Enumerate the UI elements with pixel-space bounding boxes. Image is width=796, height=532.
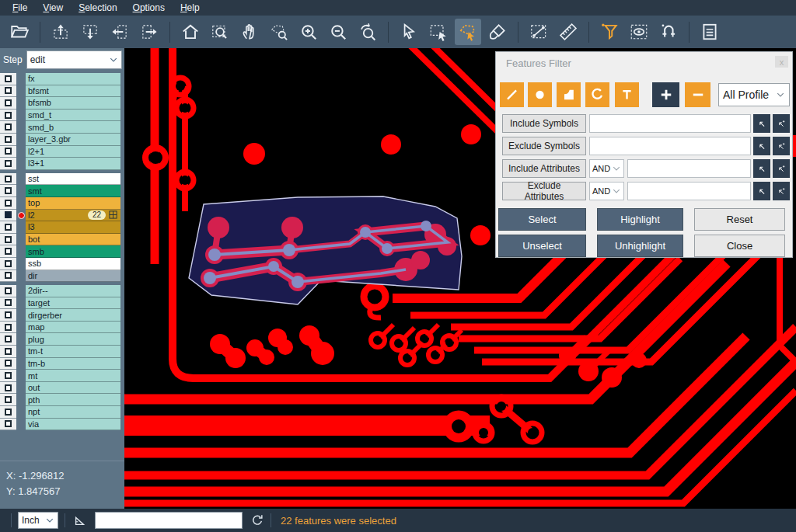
menu-file[interactable]: File	[5, 1, 35, 15]
exclude-attributes-and-select[interactable]: AND	[589, 182, 624, 200]
layer-checkbox[interactable]	[5, 287, 12, 294]
menu-options[interactable]: Options	[125, 1, 173, 15]
layer-checkbox[interactable]	[5, 324, 12, 331]
layer-label[interactable]: via	[26, 419, 120, 431]
view-options-button[interactable]	[626, 19, 652, 45]
layer-label[interactable]: sst	[26, 173, 120, 186]
layer-label[interactable]: smd_b	[26, 121, 120, 134]
zoom-in-button[interactable]	[295, 19, 322, 45]
layer-checkbox[interactable]	[5, 87, 12, 94]
highlight-button[interactable]: Highlight	[597, 208, 683, 231]
include-symbols-pick-add-button[interactable]	[773, 114, 790, 133]
open-folder-button[interactable]	[6, 19, 33, 45]
filter-type-surface-button[interactable]	[557, 82, 581, 107]
layer-checkbox[interactable]	[5, 299, 12, 306]
pan-right-button[interactable]	[136, 19, 162, 45]
layer-label[interactable]: ssb	[26, 258, 120, 270]
layer-checkbox[interactable]	[5, 176, 12, 183]
layer-label[interactable]: bot	[26, 234, 120, 246]
layer-checkbox[interactable]	[5, 260, 12, 267]
layer-checkbox[interactable]	[5, 384, 12, 391]
include-symbols-pick-button[interactable]	[753, 114, 770, 133]
include-symbols-button[interactable]: Include Symbols	[502, 114, 586, 133]
layer-checkbox[interactable]	[5, 99, 12, 106]
layer-label[interactable]: dirgerber	[26, 309, 120, 322]
layer-label[interactable]: smt	[26, 185, 120, 197]
layer-checkbox[interactable]	[5, 396, 12, 403]
units-select[interactable]: Inch	[18, 512, 58, 529]
menu-help[interactable]: Help	[173, 1, 208, 15]
zoom-window-button[interactable]	[207, 19, 233, 45]
layer-label[interactable]: smb	[26, 245, 120, 258]
include-attributes-and-select[interactable]: AND	[589, 159, 624, 178]
layer-checkbox[interactable]	[5, 123, 12, 130]
zoom-out-button[interactable]	[325, 19, 351, 45]
layer-checkbox[interactable]	[5, 336, 12, 342]
layer-label[interactable]: tm-b	[26, 358, 120, 370]
layer-label[interactable]: mt	[26, 370, 120, 382]
layer-checkbox[interactable]	[5, 372, 12, 379]
pan-down-button[interactable]	[77, 19, 103, 45]
layer-checkbox[interactable]	[5, 224, 12, 231]
layer-checkbox[interactable]	[5, 187, 12, 194]
layer-checkbox[interactable]	[5, 75, 12, 82]
exclude-attributes-pick-add-button[interactable]	[773, 182, 790, 200]
features-filter-button[interactable]	[596, 19, 623, 45]
layer-label[interactable]: npt	[26, 406, 120, 419]
pan-up-button[interactable]	[47, 19, 74, 45]
layer-checkbox[interactable]	[5, 112, 12, 119]
layer-checkbox[interactable]	[5, 236, 12, 243]
layer-label[interactable]: l3+1	[26, 158, 120, 170]
polarity-positive-button[interactable]	[652, 82, 679, 107]
select-button[interactable]: Select	[498, 208, 586, 231]
reset-button[interactable]: Reset	[694, 208, 785, 231]
pan-left-button[interactable]	[106, 19, 133, 45]
include-symbols-input[interactable]	[589, 114, 751, 133]
layer-label[interactable]: target	[26, 297, 120, 310]
zoom-polygon-button[interactable]	[266, 19, 292, 45]
layer-checkbox[interactable]	[5, 211, 12, 218]
layer-label[interactable]: top	[26, 197, 120, 210]
layer-label[interactable]: smd_t	[26, 110, 120, 122]
layer-label[interactable]: l3	[26, 221, 120, 234]
profile-select[interactable]: All Profile	[718, 83, 790, 106]
menu-view[interactable]: View	[35, 1, 71, 15]
layer-label[interactable]: dir	[26, 270, 120, 283]
layer-label[interactable]: map	[26, 322, 120, 334]
include-attributes-pick-add-button[interactable]	[773, 159, 790, 178]
snap-button[interactable]	[655, 19, 682, 45]
layer-label[interactable]: bfsmb	[26, 97, 120, 110]
panel-list-button[interactable]	[696, 19, 723, 45]
measure-distance-button[interactable]	[525, 19, 552, 45]
layer-label[interactable]: tm-t	[26, 346, 120, 358]
layer-label[interactable]: pth	[26, 394, 120, 406]
pan-hand-button[interactable]	[236, 19, 263, 45]
home-button[interactable]	[177, 19, 204, 45]
layer-label[interactable]: 2dir--	[26, 285, 120, 297]
close-button[interactable]: Close	[694, 235, 785, 257]
layer-checkbox[interactable]	[5, 272, 12, 279]
filter-type-line-button[interactable]	[500, 82, 524, 107]
layer-checkbox[interactable]	[5, 200, 12, 207]
layer-label[interactable]: l2+1	[26, 146, 120, 158]
unselect-button[interactable]: Unselect	[498, 235, 586, 257]
include-attributes-input[interactable]	[627, 159, 751, 178]
refresh-icon[interactable]	[250, 513, 264, 527]
angle-measure-icon[interactable]	[73, 513, 87, 527]
exclude-attributes-pick-button[interactable]	[753, 182, 770, 200]
exclude-symbols-pick-add-button[interactable]	[773, 137, 790, 155]
exclude-attributes-button[interactable]: Exclude Attributes	[502, 182, 586, 200]
exclude-attributes-input[interactable]	[627, 182, 751, 200]
layer-checkbox[interactable]	[5, 160, 12, 167]
include-attributes-pick-button[interactable]	[753, 159, 770, 178]
layer-checkbox[interactable]	[5, 420, 12, 427]
select-rect-button[interactable]	[425, 19, 452, 45]
layer-checkbox[interactable]	[5, 360, 12, 367]
exclude-symbols-input[interactable]	[589, 137, 751, 155]
select-polygon-button[interactable]	[455, 19, 481, 45]
layer-label[interactable]: fx	[26, 73, 120, 85]
layer-label[interactable]: out	[26, 382, 120, 395]
layer-checkbox[interactable]	[5, 409, 12, 416]
exclude-symbols-pick-button[interactable]	[753, 137, 770, 155]
layer-label[interactable]: bfsmt	[26, 85, 120, 98]
